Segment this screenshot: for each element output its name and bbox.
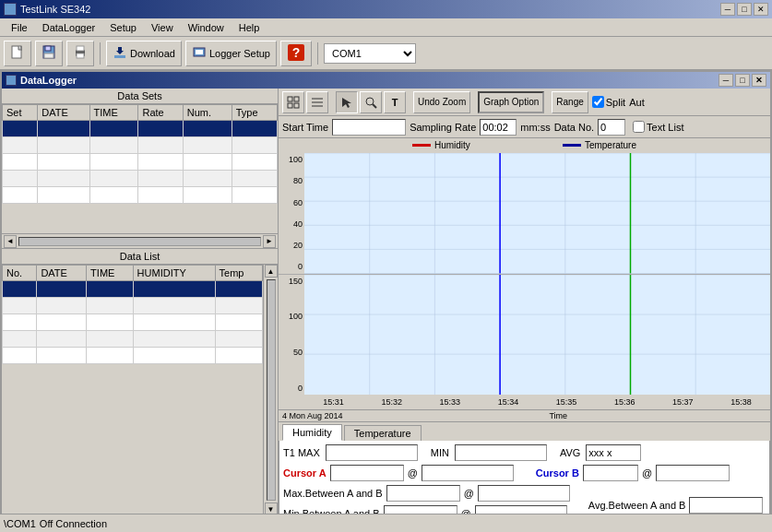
svg-rect-16 <box>288 103 292 108</box>
min-input[interactable] <box>455 444 547 461</box>
x-1537: 15:37 <box>672 397 694 407</box>
at-2: @ <box>642 467 652 479</box>
cursor-a-time-input[interactable] <box>422 465 514 481</box>
t1-max-input[interactable] <box>326 444 418 461</box>
range-button[interactable]: Range <box>552 91 588 113</box>
mm-ss-label: mm:ss <box>520 122 550 133</box>
datasets-title: Data Sets <box>2 89 278 104</box>
temperature-label: Temperature <box>585 140 636 150</box>
logger-setup-button[interactable]: Logger Setup <box>185 41 277 66</box>
svg-rect-14 <box>288 97 292 101</box>
col-date: DATE <box>38 105 89 121</box>
svg-marker-9 <box>116 47 124 54</box>
minimize-button[interactable]: ─ <box>720 3 735 16</box>
save-button[interactable] <box>35 41 63 66</box>
text-list-label: Text List <box>647 122 683 133</box>
avg-between-input[interactable] <box>689 497 763 514</box>
y100: 100 <box>279 155 304 164</box>
menu-view[interactable]: View <box>144 20 181 35</box>
print-button[interactable] <box>66 41 94 66</box>
aut-label: Aut <box>629 97 645 108</box>
menu-window[interactable]: Window <box>181 20 232 35</box>
data-no-label: Data No. <box>554 122 594 133</box>
y80: 80 <box>279 176 304 185</box>
graph-option-button[interactable]: Graph Option <box>478 91 544 113</box>
menu-file[interactable]: File <box>4 20 35 35</box>
x-1538: 15:38 <box>730 397 752 407</box>
toolbar: Download Logger Setup ? COM1 COM2 COM3 C… <box>0 37 772 70</box>
y150: 150 <box>279 277 304 286</box>
datalogger-title-label: DataLogger <box>20 75 77 86</box>
col-set: Set <box>3 105 38 121</box>
start-time-input[interactable] <box>332 119 406 136</box>
cursor-a-input[interactable] <box>330 465 404 481</box>
temperature-legend: Temperature <box>563 140 636 150</box>
datalogger-title-bar: DataLogger ─ □ ✕ <box>2 72 770 89</box>
dl-close-button[interactable]: ✕ <box>752 74 766 87</box>
menu-bar: File DataLogger Setup View Window Help <box>0 18 772 37</box>
avg-input[interactable] <box>586 444 641 461</box>
x-1535: 15:35 <box>556 397 577 407</box>
max-between-input[interactable] <box>386 485 460 502</box>
y20: 20 <box>279 241 304 250</box>
scroll-up-btn[interactable]: ▲ <box>265 265 278 278</box>
grid-btn[interactable] <box>282 91 304 113</box>
title-bar: TestLink SE342 ─ □ ✕ <box>0 0 772 18</box>
col-time2: TIME <box>87 266 134 281</box>
dl-minimize-button[interactable]: ─ <box>719 74 733 87</box>
min-label: MIN <box>431 447 449 458</box>
menu-setup[interactable]: Setup <box>102 20 144 35</box>
list-btn[interactable] <box>306 91 328 113</box>
text-btn[interactable]: T <box>384 91 406 113</box>
svg-rect-7 <box>77 53 84 58</box>
tab-temperature[interactable]: Temperature <box>344 425 422 441</box>
undo-zoom-button[interactable]: Undo Zoom <box>413 91 470 113</box>
menu-help[interactable]: Help <box>232 20 267 35</box>
text-list-checkbox[interactable] <box>633 121 645 133</box>
scroll-right-btn[interactable]: ► <box>263 235 276 248</box>
max-between-row: Max.Between A and B @ <box>283 485 570 502</box>
menu-datalogger[interactable]: DataLogger <box>35 20 103 35</box>
scroll-left-btn[interactable]: ◄ <box>4 235 17 248</box>
cursor-b-input[interactable] <box>583 465 638 481</box>
cursor-row: Cursor A @ Cursor B @ <box>283 465 766 481</box>
close-button[interactable]: ✕ <box>754 3 768 16</box>
maximize-button[interactable]: □ <box>737 3 752 16</box>
help-button[interactable]: ? <box>280 41 312 66</box>
com-select[interactable]: COM1 COM2 COM3 COM4 <box>324 43 416 64</box>
cursor-b-time-input[interactable] <box>656 465 730 481</box>
logger-icon <box>192 45 207 62</box>
datasets-scrollbar-h[interactable]: ◄ ► <box>2 233 278 248</box>
at-3: @ <box>464 488 474 499</box>
avg-between-label: Avg.Between A and B <box>588 500 686 511</box>
temperature-color <box>563 144 581 147</box>
graph-toolbar: T Undo Zoom Graph Option Range Split <box>279 89 770 116</box>
cursor-a-label: Cursor A <box>283 467 327 479</box>
sampling-rate-input[interactable] <box>480 119 517 136</box>
y0: 0 <box>279 262 304 271</box>
humidity-legend: Humidity <box>412 140 470 150</box>
y60: 60 <box>279 198 304 207</box>
split-checkbox[interactable] <box>592 96 604 108</box>
new-button[interactable] <box>4 41 31 66</box>
y0b: 0 <box>279 384 304 393</box>
cursor-b-label: Cursor B <box>536 467 579 479</box>
start-time-label: Start Time <box>282 122 328 133</box>
tab-humidity[interactable]: Humidity <box>282 424 342 441</box>
data-no-input[interactable] <box>598 119 625 136</box>
left-panel: Data Sets Set DATE TIME Rate Num. Type <box>2 89 279 530</box>
x-1536: 15:36 <box>614 397 635 407</box>
download-button[interactable]: Download <box>106 41 182 66</box>
col-rate: Rate <box>138 105 183 121</box>
svg-point-22 <box>366 98 374 105</box>
datalist-scrollbar-v[interactable]: ▲ ▼ <box>263 265 278 515</box>
svg-rect-11 <box>196 50 203 54</box>
logger-setup-label: Logger Setup <box>209 48 270 59</box>
avg-label: AVG <box>560 447 580 458</box>
col-humidity: HUMIDITY <box>133 266 215 281</box>
max-between-time-input[interactable] <box>478 485 570 502</box>
cursor-btn[interactable] <box>336 91 358 113</box>
help-icon: ? <box>287 43 305 64</box>
zoom-btn[interactable] <box>360 91 382 113</box>
dl-maximize-button[interactable]: □ <box>735 74 750 87</box>
